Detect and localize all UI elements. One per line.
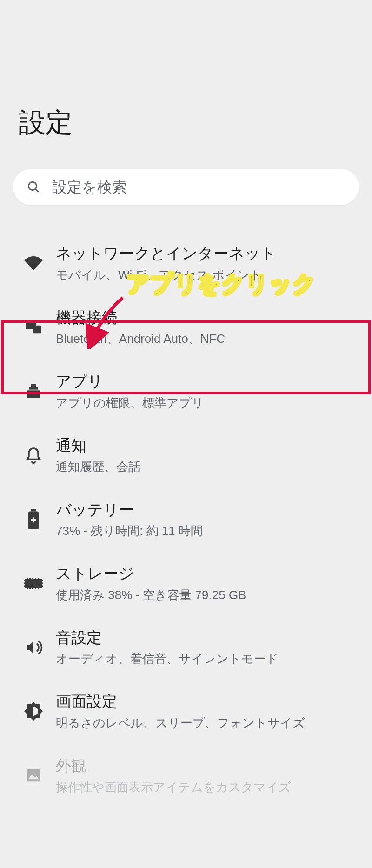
search-input[interactable]: [52, 179, 346, 196]
item-title: 通知: [56, 435, 363, 456]
settings-item-notifications[interactable]: 通知 通知履歴、会話: [0, 423, 372, 487]
settings-item-devices[interactable]: 機器接続 Bluetooth、Android Auto、NFC: [0, 295, 372, 360]
item-subtitle: 73% - 残り時間: 約 11 時間: [56, 523, 363, 539]
item-title: 画面設定: [56, 691, 363, 712]
svg-rect-19: [29, 578, 31, 579]
image-icon: [14, 766, 53, 785]
item-subtitle: 使用済み 38% - 空き容量 79.25 GB: [56, 587, 363, 603]
item-subtitle: Bluetooth、Android Auto、NFC: [56, 331, 363, 347]
settings-item-display[interactable]: 画面設定 明るさのレベル、スリープ、フォントサイズ: [0, 679, 372, 743]
svg-rect-7: [31, 509, 36, 512]
svg-rect-21: [35, 578, 36, 579]
volume-icon: [14, 638, 53, 657]
item-title: 外観: [56, 755, 363, 776]
svg-rect-11: [25, 579, 42, 588]
item-title: 機器接続: [56, 307, 363, 328]
settings-item-sound[interactable]: 音設定 オーディオ、着信音、サイレントモード: [0, 615, 372, 680]
svg-rect-17: [42, 586, 43, 587]
settings-item-apps[interactable]: アプリ アプリの権限、標準アプリ: [0, 359, 372, 423]
item-title: バッテリー: [56, 500, 363, 521]
svg-rect-26: [35, 588, 36, 589]
svg-rect-25: [32, 588, 33, 589]
svg-point-0: [28, 182, 36, 190]
svg-rect-27: [38, 588, 39, 589]
settings-item-network[interactable]: ネットワークとインターネット モバイル、Wi-Fi、アクセス ポイント: [0, 231, 372, 295]
svg-line-1: [35, 189, 38, 192]
svg-rect-12: [24, 580, 25, 581]
item-subtitle: 通知履歴、会話: [56, 459, 363, 475]
item-title: 音設定: [56, 628, 363, 648]
settings-item-battery[interactable]: バッテリー 73% - 残り時間: 約 11 時間: [0, 487, 372, 552]
item-title: ネットワークとインターネット: [56, 243, 363, 264]
item-subtitle: 操作性や画面表示アイテムをカスタマイズ: [56, 779, 363, 795]
svg-rect-22: [38, 578, 39, 579]
item-subtitle: アプリの権限、標準アプリ: [56, 395, 363, 411]
brightness-icon: [14, 702, 53, 721]
item-subtitle: 明るさのレベル、スリープ、フォントサイズ: [56, 715, 363, 731]
svg-rect-23: [27, 588, 28, 589]
battery-icon: [14, 509, 53, 529]
page-title: 設定: [19, 105, 353, 141]
svg-rect-24: [29, 588, 31, 589]
page-header: 設定: [0, 0, 372, 169]
svg-rect-16: [42, 583, 43, 584]
settings-item-appearance[interactable]: 外観 操作性や画面表示アイテムをカスタマイズ: [0, 743, 372, 808]
storage-icon: [14, 576, 53, 590]
svg-rect-6: [27, 390, 40, 398]
svg-rect-3: [33, 326, 41, 334]
svg-rect-14: [24, 586, 25, 587]
item-subtitle: モバイル、Wi-Fi、アクセス ポイント: [56, 267, 363, 283]
apps-icon: [14, 382, 53, 401]
svg-rect-15: [42, 580, 43, 581]
svg-rect-10: [31, 519, 36, 521]
wifi-icon: [14, 254, 53, 273]
svg-rect-28: [27, 769, 40, 782]
settings-list: ネットワークとインターネット モバイル、Wi-Fi、アクセス ポイント 機器接続…: [0, 231, 372, 808]
search-bar[interactable]: [13, 169, 359, 205]
svg-rect-13: [24, 583, 25, 584]
svg-rect-5: [29, 387, 38, 390]
svg-rect-18: [27, 578, 28, 579]
item-title: ストレージ: [56, 563, 363, 584]
item-subtitle: オーディオ、着信音、サイレントモード: [56, 651, 363, 667]
item-title: アプリ: [56, 371, 363, 392]
devices-icon: [14, 318, 53, 336]
settings-item-storage[interactable]: ストレージ 使用済み 38% - 空き容量 79.25 GB: [0, 551, 372, 615]
bell-icon: [14, 446, 53, 465]
svg-rect-20: [32, 578, 33, 579]
search-icon: [26, 180, 41, 194]
svg-rect-4: [31, 384, 36, 387]
